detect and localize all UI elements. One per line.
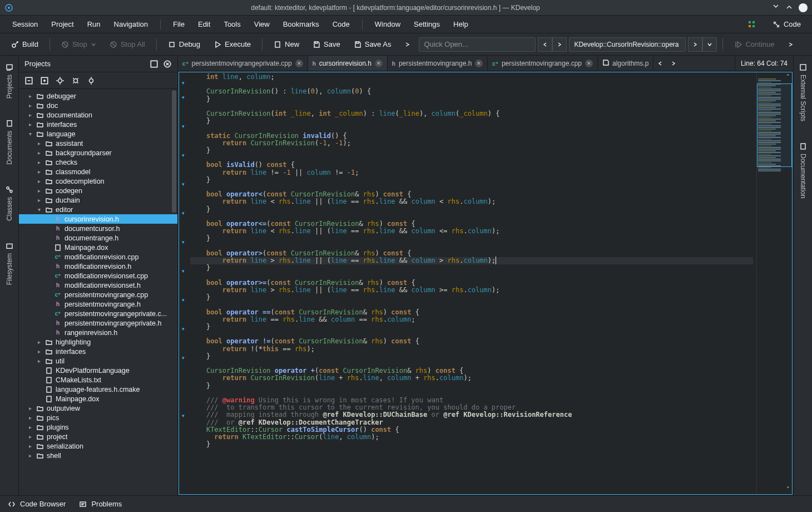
tree-item[interactable]: ▸serialization [19,441,177,451]
project-tree[interactable]: ▸debugger▸doc▸documentation▸interfaces▾l… [19,89,177,495]
editor-tab[interactable]: c⁺persistentmovingrangeprivate.cpp✕ [178,56,308,71]
maximize-icon[interactable] [785,3,793,12]
tree-item[interactable]: hdocumentrange.h [19,233,177,243]
rail-documents[interactable]: Documents [6,116,13,168]
tree-item[interactable]: c⁺modificationrevision.cpp [19,252,177,262]
scroll-down-icon[interactable]: ˅ [786,486,790,493]
rail-projects[interactable]: Projects [6,60,13,102]
nav-forward-button[interactable] [552,37,567,52]
toolbar-overflow2-button[interactable] [782,39,800,50]
tab-close-icon[interactable]: ✕ [375,60,383,67]
tree-item[interactable]: hmodificationrevisionset.h [19,280,177,290]
continue-button[interactable]: Continue [729,38,780,51]
tree-item[interactable]: ▸codecompletion [19,176,177,186]
stopall-button[interactable]: Stop All [104,38,151,51]
tree-item[interactable]: language-features.h.cmake [19,385,177,394]
tree-item[interactable]: ▸duchain [19,195,177,205]
tree-item[interactable]: hdocumentcursor.h [19,224,177,233]
editor-tab[interactable]: algorithms.p [598,56,653,71]
code-editor[interactable]: int line, column; CursorInRevision() : l… [187,72,756,494]
tree-item[interactable]: hpersistentmovingrange.h [19,299,177,309]
stop-button[interactable]: Stop [56,38,102,51]
tree-item[interactable]: ▾editor [19,205,177,214]
tree-item[interactable]: ▸project [19,432,177,441]
tree-item[interactable]: ▸outputview [19,403,177,413]
fold-column[interactable]: ▾ ▾ ▾ ▾ ▾ ▾ ▾ ▾ ▾ ▾ [179,72,187,494]
menu-tools[interactable]: Tools [218,18,246,31]
editor-tab[interactable]: hcursorinrevision.h✕ [308,56,388,71]
nav-back-button[interactable] [538,37,552,52]
tab-scroll-right[interactable] [667,56,680,71]
symbol-selector[interactable]: KDevelop::CursorInRevision::opera [569,37,686,52]
menu-help[interactable]: Help [448,18,474,31]
tree-item[interactable]: ▸classmodel [19,167,177,176]
close-panel-icon[interactable] [163,60,172,68]
menu-file[interactable]: File [167,18,190,31]
tree-item[interactable]: ▸backgroundparser [19,148,177,157]
saveas-button[interactable]: Save As [348,38,397,51]
editor-tab[interactable]: c⁺persistentmovingrange.cpp✕ [488,56,598,71]
rail-classes[interactable]: Classes [6,183,13,224]
menu-code[interactable]: Code [327,18,355,31]
tree-item[interactable]: ▸util [19,356,177,366]
save-button[interactable]: Save [307,38,346,51]
tree-collapse-icon[interactable] [24,76,33,85]
tab-close-icon[interactable]: ✕ [295,60,303,67]
menu-window[interactable]: Window [369,18,406,31]
tree-item[interactable]: ▸pics [19,413,177,422]
menu-bookmarks[interactable]: Bookmarks [278,18,325,31]
minimap[interactable]: ˄ ˅ [756,72,792,494]
tree-item[interactable]: ▸highlighting [19,337,177,347]
tree-item[interactable]: ▸documentation [19,110,177,120]
tab-close-icon[interactable]: ✕ [585,60,593,67]
editor-tab[interactable]: hpersistentmovingrange.h✕ [388,56,488,71]
menu-view[interactable]: View [249,18,275,31]
tree-item[interactable]: ▸assistant [19,139,177,148]
tree-item[interactable]: ▸shell [19,451,177,460]
tree-item[interactable]: ▸checks [19,157,177,167]
tree-item[interactable]: c⁺modificationrevisionset.cpp [19,271,177,280]
rail-external-scripts[interactable]: External Scripts [799,60,807,125]
menu-session[interactable]: Session [7,18,43,31]
tree-item[interactable]: ▸codegen [19,186,177,195]
tree-item[interactable]: ▸debugger [19,91,177,101]
tab-scroll-left[interactable] [653,56,667,71]
menu-navigation[interactable]: Navigation [108,18,154,31]
new-button[interactable]: New [268,38,305,51]
code-perspective-button[interactable]: Code [768,18,805,31]
tree-item[interactable]: c⁺persistentmovingrange.cpp [19,290,177,299]
tree-scrollbar[interactable] [172,90,176,213]
bottom-codebrowser[interactable]: Code Browser [8,500,66,508]
close-icon[interactable]: ✕ [799,3,808,12]
rail-filesystem[interactable]: Filesystem [6,239,13,288]
execute-button[interactable]: Execute [208,38,256,51]
tree-item[interactable]: hrangeinrevision.h [19,328,177,337]
toolbar-overflow-button[interactable] [399,39,417,50]
gear3-icon[interactable] [87,76,96,85]
minimap-viewport[interactable] [757,83,792,167]
tree-expand-icon[interactable] [40,76,49,85]
menu-edit[interactable]: Edit [192,18,216,31]
menu-run[interactable]: Run [82,18,106,31]
tree-item[interactable]: hcursorinrevision.h [19,214,177,224]
minimize-icon[interactable] [772,3,780,12]
tree-item[interactable]: ▸doc [19,101,177,110]
tree-item[interactable]: ▸plugins [19,422,177,432]
tree-item[interactable]: Mainpage.dox [19,243,177,252]
menu-project[interactable]: Project [46,18,79,31]
debug-button[interactable]: Debug [162,38,206,51]
tree-item[interactable]: CMakeLists.txt [19,375,177,385]
scroll-up-icon[interactable]: ˄ [786,73,790,81]
symbol-menu-button[interactable] [702,37,717,52]
tree-item[interactable]: hmodificationrevision.h [19,262,177,271]
menu-settings[interactable]: Settings [408,18,445,31]
rail-documentation[interactable]: Documentation [799,139,807,202]
tree-item[interactable]: KDevPlatformLanguage [19,366,177,375]
tree-item[interactable]: Mainpage.dox [19,394,177,403]
tree-item[interactable]: ▸interfaces [19,347,177,356]
gear2-icon[interactable] [71,76,80,85]
tree-item[interactable]: ▾language [19,129,177,139]
tree-item[interactable]: ▸interfaces [19,120,177,129]
float-panel-icon[interactable] [150,60,159,68]
tab-close-icon[interactable]: ✕ [475,60,483,67]
